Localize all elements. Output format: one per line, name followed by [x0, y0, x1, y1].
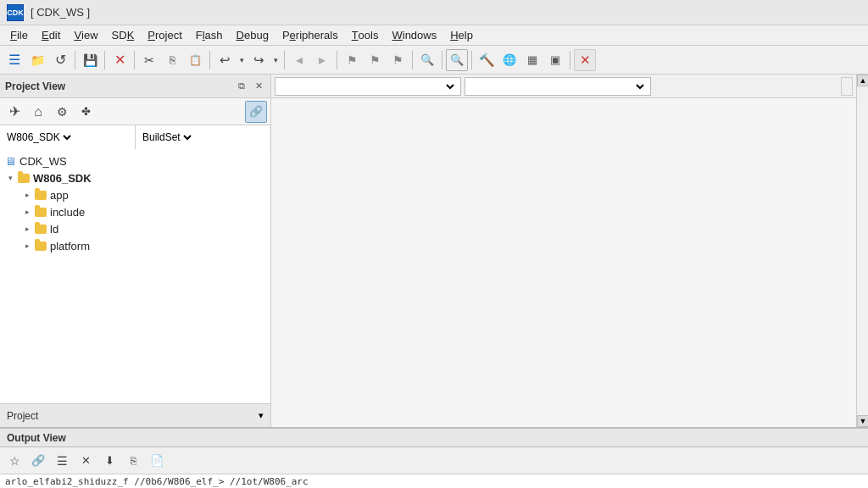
project-bottom-tab[interactable]: Project ▾ — [0, 403, 270, 427]
include-label: include — [50, 206, 85, 219]
menu-peripherals[interactable]: Peripherals — [275, 25, 345, 45]
bookmark3-btn[interactable]: ⚑ — [387, 49, 409, 71]
output-star-btn[interactable]: ☆ — [3, 450, 25, 472]
back-btn[interactable]: ◂ — [288, 49, 310, 71]
workspace-label: CDK_WS — [19, 155, 67, 168]
link-icon-btn[interactable]: 🔗 — [245, 101, 267, 123]
home-icon-btn[interactable]: ⌂ — [27, 101, 49, 123]
content-dropdown2[interactable] — [465, 77, 651, 96]
paste-btn[interactable]: 📋 — [184, 49, 206, 71]
body-area: Project View ⧉ ✕ ✈ ⌂ ⚙ ✤ 🔗 W806_SDK — [0, 75, 868, 427]
menu-tools[interactable]: Tools — [345, 25, 386, 45]
toolbar-new-group: ☰ — [3, 49, 25, 71]
menu-help[interactable]: Help — [443, 25, 480, 45]
include-folder-icon — [34, 205, 47, 219]
menu-file[interactable]: File — [3, 25, 35, 45]
menu-flash[interactable]: Flash — [189, 25, 230, 45]
project-tab-arrow: ▾ — [259, 410, 264, 421]
include-arrow[interactable]: ▸ — [20, 205, 34, 219]
bug-icon-btn[interactable]: ✤ — [75, 101, 97, 123]
new-file-btn[interactable]: ☰ — [3, 49, 25, 71]
chip1-btn[interactable]: ▦ — [521, 49, 543, 71]
tree-include[interactable]: ▸ include — [0, 203, 270, 220]
ld-arrow[interactable]: ▸ — [20, 222, 34, 236]
undo-dropdown-btn[interactable]: ▾ — [236, 49, 247, 71]
project-tree: 🖥 CDK_WS ▾ W806_SDK ▸ — [0, 149, 270, 403]
delete-btn[interactable]: ✕ — [108, 49, 131, 71]
output-view-title: Output View — [7, 432, 66, 444]
content-dropdown1[interactable] — [275, 77, 461, 96]
open-btn[interactable]: 📁 — [26, 49, 48, 71]
content-select2[interactable] — [469, 80, 647, 93]
copy-btn[interactable]: ⎘ — [161, 49, 183, 71]
globe-btn[interactable]: 🌐 — [498, 49, 520, 71]
ld-folder-icon — [34, 222, 47, 236]
menu-sdk[interactable]: SDK — [105, 25, 142, 45]
right-scrollbar[interactable]: ▲ ▼ — [856, 75, 868, 427]
platform-arrow[interactable]: ▸ — [20, 239, 34, 252]
panel-close-btn[interactable]: ✕ — [252, 80, 265, 93]
output-link-btn[interactable]: 🔗 — [27, 450, 49, 472]
redo-btn[interactable]: ↪ — [248, 49, 270, 71]
app-arrow[interactable]: ▸ — [20, 188, 34, 202]
menu-project[interactable]: Project — [141, 25, 188, 45]
content-toolbar — [271, 75, 856, 98]
w806sdk-arrow[interactable]: ▾ — [3, 171, 17, 185]
output-toolbar: ☆ 🔗 ☰ ✕ ⬇ ⎘ 📄 — [0, 447, 868, 474]
scroll-up-btn[interactable]: ▲ — [857, 75, 868, 86]
output-download-btn[interactable]: ⬇ — [98, 450, 120, 472]
output-copy-btn[interactable]: ⎘ — [122, 450, 144, 472]
output-content: arlo_elfabi2_shiduzz_f //0b6/W806_elf_> … — [0, 474, 868, 488]
search1-btn[interactable]: 🔍 — [416, 49, 438, 71]
sep1 — [75, 51, 75, 69]
float-btn[interactable]: ⧉ — [235, 80, 248, 93]
sep3 — [134, 51, 135, 69]
app-label: app — [50, 189, 69, 202]
buildset-select[interactable]: BuildSet — [139, 130, 194, 144]
content-scroll-top[interactable] — [841, 77, 853, 96]
find-btn[interactable]: 🔍 — [446, 49, 468, 71]
sep7 — [412, 51, 413, 69]
project-view-title: Project View — [5, 80, 65, 92]
tree-app[interactable]: ▸ app — [0, 186, 270, 203]
buildset-select-wrapper[interactable]: BuildSet — [136, 125, 270, 149]
cut-btn[interactable]: ✂ — [138, 49, 160, 71]
tree-ld[interactable]: ▸ ld — [0, 220, 270, 237]
menu-view[interactable]: View — [67, 25, 104, 45]
save-btn[interactable]: 💾 — [79, 49, 101, 71]
platform-folder-icon — [34, 239, 47, 252]
redo-dropdown-btn[interactable]: ▾ — [270, 49, 281, 71]
app-title: [ CDK_WS ] — [31, 6, 90, 19]
sdk-select[interactable]: W806_SDK — [3, 130, 74, 144]
close-x-btn[interactable]: ✕ — [574, 49, 596, 71]
w806sdk-label: W806_SDK — [33, 172, 92, 185]
menu-windows[interactable]: Windows — [385, 25, 443, 45]
tree-workspace[interactable]: 🖥 CDK_WS — [0, 152, 270, 169]
hierarchy-icon-btn[interactable]: ⚙ — [51, 101, 73, 123]
forward-btn[interactable]: ▸ — [311, 49, 333, 71]
target-icon-btn[interactable]: ✈ — [3, 101, 25, 123]
bookmark2-btn[interactable]: ⚑ — [364, 49, 386, 71]
output-text: arlo_elfabi2_shiduzz_f //0b6/W806_elf_> … — [5, 476, 309, 487]
refresh-btn[interactable]: ↺ — [49, 49, 71, 71]
menu-debug[interactable]: Debug — [230, 25, 275, 45]
sep5 — [284, 51, 285, 69]
bookmark1-btn[interactable]: ⚑ — [341, 49, 363, 71]
tree-platform[interactable]: ▸ platform — [0, 237, 270, 254]
chip2-btn[interactable]: ▣ — [544, 49, 566, 71]
tree-w806sdk[interactable]: ▾ W806_SDK — [0, 169, 270, 186]
output-list-btn[interactable]: ☰ — [51, 450, 73, 472]
content-select1[interactable] — [279, 80, 457, 93]
app-logo: CDK — [7, 4, 24, 21]
project-dropdowns: W806_SDK BuildSet — [0, 125, 270, 149]
output-clear-btn[interactable]: ✕ — [75, 450, 97, 472]
project-icons-toolbar: ✈ ⌂ ⚙ ✤ 🔗 — [0, 98, 270, 125]
w806sdk-folder-icon — [17, 171, 31, 185]
output-doc-btn[interactable]: 📄 — [146, 450, 168, 472]
menu-edit[interactable]: Edit — [35, 25, 67, 45]
sdk-select-wrapper[interactable]: W806_SDK — [0, 125, 136, 149]
project-view-header: Project View ⧉ ✕ — [0, 75, 270, 98]
scroll-down-btn[interactable]: ▼ — [857, 415, 868, 427]
undo-btn[interactable]: ↩ — [214, 49, 236, 71]
build-btn[interactable]: 🔨 — [476, 49, 498, 71]
